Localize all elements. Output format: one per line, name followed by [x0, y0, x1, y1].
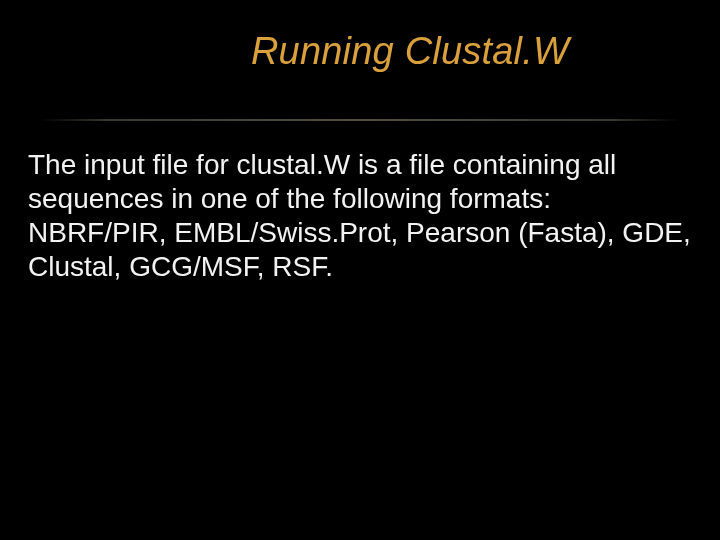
- slide-body: The input file for clustal.W is a file c…: [28, 148, 692, 285]
- title-divider: [40, 119, 680, 121]
- slide: Running Clustal.W The input file for clu…: [0, 0, 720, 540]
- slide-title: Running Clustal.W: [0, 30, 720, 73]
